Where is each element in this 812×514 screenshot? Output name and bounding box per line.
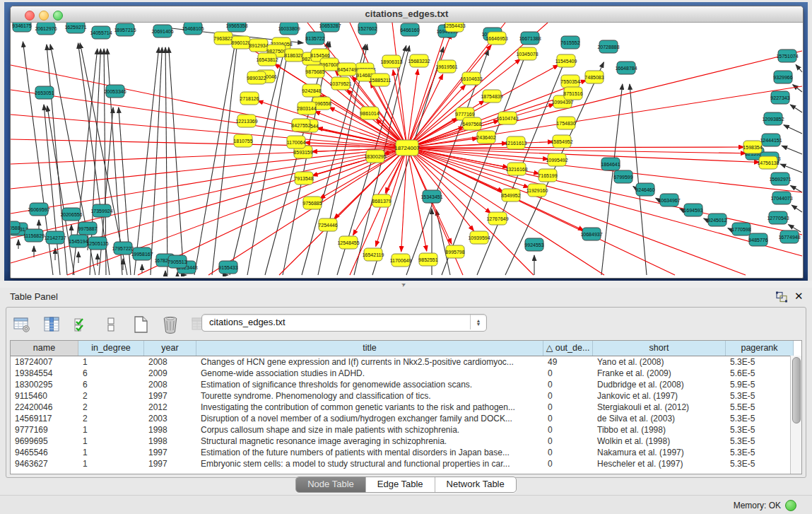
table-cell[interactable]: 9463627: [11, 458, 78, 469]
graph-node[interactable]: 9155433: [218, 261, 237, 274]
graph-node-selected[interactable]: 11929160: [526, 184, 548, 197]
citation-network-graph[interactable]: 9346175206129761625927114055714189572152…: [11, 23, 803, 276]
citation-edge-selected[interactable]: [11, 115, 407, 148]
graph-node[interactable]: 2160588: [11, 221, 20, 234]
column-header-year[interactable]: year: [144, 341, 196, 356]
graph-node[interactable]: 20691406: [151, 25, 173, 37]
citation-edge-selected[interactable]: [11, 148, 407, 214]
table-cell[interactable]: 18724007: [11, 356, 78, 368]
graph-node-selected[interactable]: 10995492: [546, 153, 567, 166]
graph-node[interactable]: 15468105: [182, 23, 204, 35]
graph-node-selected[interactable]: 13216168: [505, 163, 527, 175]
graph-node-selected[interactable]: 8681379: [372, 194, 391, 207]
graph-node[interactable]: 11156829: [23, 229, 45, 242]
table-row[interactable]: 946362711997Embryonic stem cells: a mode…: [11, 458, 801, 469]
table-cell[interactable]: 18300295: [11, 379, 78, 390]
table-cell[interactable]: de Silva et al. (2003): [593, 413, 726, 424]
table-cell[interactable]: 1: [78, 458, 144, 469]
graph-node-selected[interactable]: 7550354: [560, 75, 579, 88]
table-cell[interactable]: 19384554: [11, 368, 78, 379]
table-cell[interactable]: Tourette syndrome. Phenomenology and cla…: [196, 390, 543, 402]
graph-node[interactable]: 2653051: [35, 86, 54, 99]
graph-node[interactable]: 7905513: [167, 255, 187, 268]
graph-node-selected[interactable]: 10379521: [329, 77, 351, 90]
close-icon[interactable]: ✕: [794, 290, 804, 303]
graph-node[interactable]: 10653287: [319, 23, 341, 32]
column-header-in-degree[interactable]: in_degree: [78, 341, 144, 356]
table-row[interactable]: 1938455462009Genome-wide association stu…: [11, 368, 801, 379]
table-cell[interactable]: 5.5E-5: [726, 402, 794, 413]
graph-node[interactable]: 12770543: [767, 211, 789, 224]
table-cell[interactable]: Yano et al. (2008): [593, 356, 726, 368]
graph-node-selected[interactable]: 1810755: [233, 134, 252, 147]
citation-edge[interactable]: [165, 47, 167, 275]
column-header-name[interactable]: name: [11, 341, 78, 356]
graph-node[interactable]: 15343451: [420, 190, 442, 203]
graph-node-selected[interactable]: 7913548: [294, 172, 313, 185]
table-cell[interactable]: 2: [78, 390, 144, 402]
table-cell[interactable]: 0: [543, 402, 593, 413]
graph-node-selected[interactable]: 18906313: [380, 55, 402, 68]
table-cell[interactable]: 0: [543, 458, 593, 469]
table-cell[interactable]: 5.3E-5: [726, 424, 794, 436]
memory-ok-indicator[interactable]: [785, 500, 796, 511]
graph-node-selected[interactable]: 12554433: [443, 23, 465, 32]
table-cell[interactable]: 0: [543, 390, 593, 402]
table-cell[interactable]: Tibbo et al. (1998): [593, 424, 726, 436]
graph-node[interactable]: 6466160: [400, 23, 419, 36]
unselect-rows-icon[interactable]: [101, 315, 121, 334]
graph-node-selected[interactable]: 9852551: [418, 253, 437, 266]
graph-node[interactable]: 12093852: [762, 112, 784, 125]
graph-node-selected[interactable]: 15854952: [551, 135, 572, 148]
graph-node-selected[interactable]: 16646953: [486, 32, 507, 45]
table-cell[interactable]: 0: [543, 413, 593, 424]
citation-edge-selected[interactable]: [319, 95, 407, 148]
graph-node[interactable]: 1694593: [683, 204, 702, 216]
new-table-icon[interactable]: [131, 315, 151, 334]
table-cell[interactable]: Structural magnetic resonance image aver…: [196, 436, 543, 447]
delete-rows-trash-icon[interactable]: [160, 315, 180, 334]
graph-node-selected[interactable]: 10345078: [516, 47, 538, 60]
graph-node[interactable]: 19565358: [225, 23, 247, 32]
graph-node-selected[interactable]: 14756138: [757, 156, 779, 169]
graph-node[interactable]: 15751074: [776, 49, 798, 62]
graph-node[interactable]: 9245012: [707, 214, 726, 226]
table-cell[interactable]: Disruption of a novel member of a sodium…: [196, 413, 543, 424]
select-all-checks-icon[interactable]: [71, 315, 91, 334]
citation-edge[interactable]: [134, 47, 159, 275]
citation-edge[interactable]: [47, 106, 74, 275]
table-cell[interactable]: 5.3E-5: [726, 413, 794, 424]
column-header-short[interactable]: short: [593, 341, 726, 356]
table-row[interactable]: 1456911722003Disruption of a novel membe…: [11, 413, 801, 424]
graph-node[interactable]: 9485776: [748, 233, 767, 246]
graph-node[interactable]: 16671388: [519, 32, 541, 45]
graph-node[interactable]: 6799599: [613, 170, 632, 183]
graph-node[interactable]: 15692971: [769, 173, 791, 185]
citation-edge[interactable]: [793, 85, 802, 92]
graph-node-selected[interactable]: 19619561: [435, 60, 457, 73]
table-cell[interactable]: 1: [78, 424, 144, 436]
graph-node-selected[interactable]: 7963822: [213, 32, 233, 45]
table-row[interactable]: 946554611997Estimation of the future num…: [11, 447, 801, 458]
graph-node[interactable]: 1527602: [358, 23, 377, 35]
graph-node[interactable]: 20612976: [35, 23, 57, 35]
graph-node[interactable]: 9346175: [12, 23, 31, 32]
citation-edge[interactable]: [151, 47, 162, 275]
graph-node[interactable]: 8135722: [305, 32, 324, 45]
graph-node[interactable]: 20728888: [597, 40, 619, 53]
graph-node-selected[interactable]: 9756885: [302, 197, 322, 209]
table-cell[interactable]: Stergiakouli et al. (2012): [593, 402, 726, 413]
graph-node-selected[interactable]: 12767649: [486, 212, 508, 225]
graph-node-selected[interactable]: 18754839: [481, 90, 502, 103]
graph-node-selected[interactable]: 7254446: [318, 218, 337, 231]
table-cell[interactable]: 5.3E-5: [726, 436, 794, 447]
graph-node-selected[interactable]: 9890322: [247, 71, 266, 84]
graph-node-selected[interactable]: 12161613: [505, 136, 526, 149]
table-cell[interactable]: 5.9E-5: [726, 379, 794, 390]
table-cell[interactable]: 1: [78, 447, 144, 458]
graph-node-selected[interactable]: 8549952: [501, 189, 520, 201]
table-cell[interactable]: Dudbridge et al. (2008): [593, 379, 726, 390]
graph-node-selected[interactable]: 9875685: [305, 65, 324, 78]
graph-node-selected[interactable]: 16104633: [460, 72, 482, 85]
table-cell[interactable]: 0: [543, 379, 593, 390]
